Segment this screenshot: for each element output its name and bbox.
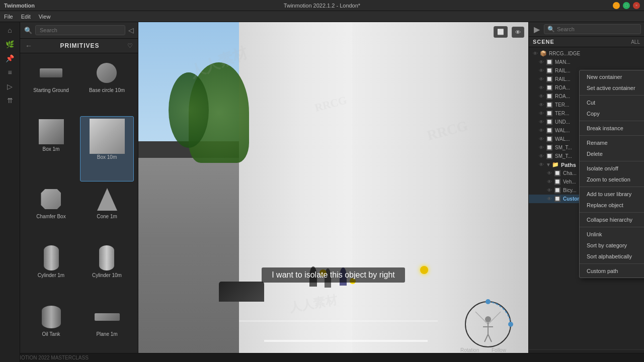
eye-icon-9[interactable]: 👁 — [539, 119, 544, 125]
ctx-rename[interactable]: Rename — [580, 137, 644, 148]
eye-icon-15[interactable]: 👁 — [547, 170, 552, 176]
right-search-icon: 🔍 — [547, 26, 555, 33]
all-filter[interactable]: ALL — [631, 39, 640, 45]
eye-icon-11[interactable]: 👁 — [539, 136, 544, 142]
prim-oil-tank[interactable]: Oil Tank — [24, 301, 78, 358]
ctx-unlink[interactable]: Unlink — [580, 229, 644, 240]
menu-view[interactable]: View — [39, 14, 51, 20]
sidebar-icon-pin[interactable]: 📌 — [6, 54, 14, 62]
ctx-sep-8 — [580, 263, 644, 264]
ctx-add-library[interactable]: Add to user library — [580, 189, 644, 200]
menu-file[interactable]: File — [4, 14, 13, 20]
sidebar-icon-tree[interactable]: 🌿 — [6, 40, 14, 48]
back-arrow-icon[interactable]: ← — [25, 42, 32, 50]
right-panel: ▶ 🔍 SCENE ALL 👁 📦 RRCG...IDGE 👁 🔲 MAN... — [528, 22, 644, 362]
ctx-new-container[interactable]: New container — [580, 71, 644, 82]
ctx-break-instance[interactable]: Break instance — [580, 123, 644, 134]
viewport-eye-icon[interactable]: 👁 — [512, 27, 524, 38]
scene-label: SCENE — [533, 39, 554, 45]
eye-icon-16[interactable]: 👁 — [547, 179, 552, 185]
eye-icon-3[interactable]: 👁 — [539, 68, 544, 73]
maximize-button[interactable]: □ — [623, 2, 630, 9]
prim-box-10m[interactable]: Box 10m — [80, 116, 134, 182]
window-title: Twinmotion 2022.1.2 - London* — [284, 3, 360, 9]
ctx-set-active[interactable]: Set active container — [580, 82, 644, 94]
eye-icon-2[interactable]: 👁 — [539, 59, 544, 65]
ctx-sep-6 — [580, 212, 644, 213]
eye-icon-18[interactable]: 👁 — [547, 196, 552, 202]
minimize-button[interactable]: − — [613, 2, 620, 9]
left-search-icon: 🔍 — [24, 27, 32, 34]
ctx-sep-2 — [580, 121, 644, 121]
ctx-cut[interactable]: Cut — [580, 97, 644, 108]
viewport[interactable]: 人人素材 RRCG 人人素材 RRCG ⬜ 👁 — [138, 22, 528, 362]
eye-icon-13[interactable]: 👁 — [539, 153, 544, 159]
svg-text:Rotation: Rotation — [460, 347, 479, 353]
ctx-collapse-hierarchy[interactable]: Collapse hierarchy — [580, 214, 644, 225]
eye-icon-7[interactable]: 👁 — [539, 102, 544, 108]
sidebar-icon-arrow-up[interactable]: ⇈ — [7, 97, 13, 105]
eye-icon[interactable]: 👁 — [533, 51, 538, 56]
eye-icon-10[interactable]: 👁 — [539, 128, 544, 133]
scene-header: SCENE ALL — [529, 37, 644, 47]
ctx-sep-4 — [580, 161, 644, 161]
sidebar-icon-home[interactable]: ⌂ — [8, 26, 12, 34]
tree-item-root[interactable]: 👁 📦 RRCG...IDGE — [529, 49, 644, 58]
sidebar-icon-layers[interactable]: ≡ — [8, 68, 12, 76]
prim-cone-1m[interactable]: Cone 1m — [80, 184, 134, 240]
eye-icon-12[interactable]: 👁 — [539, 145, 544, 150]
eye-icon-14[interactable]: 👁 — [539, 162, 544, 167]
prim-cylinder-10m[interactable]: Cylinder 10m — [80, 242, 134, 299]
ctx-sep-3 — [580, 135, 644, 136]
footer-bar: TWINMOTION 2022 MASTERCLASS — [0, 353, 644, 362]
tree-item-man[interactable]: 👁 🔲 MAN... — [529, 58, 644, 66]
ctx-custom-path[interactable]: Custom path — [580, 265, 644, 277]
collapse-left-icon[interactable]: ◁ — [128, 26, 134, 34]
prim-cylinder-1m[interactable]: Cylinder 1m — [24, 242, 78, 299]
favorites-icon[interactable]: ♡ — [127, 42, 133, 49]
right-search-input[interactable] — [557, 26, 637, 32]
prim-starting-ground[interactable]: Starting Ground — [24, 57, 78, 114]
prim-base-circle[interactable]: Base circle 10m — [80, 57, 134, 114]
viewport-rect-icon[interactable]: ⬜ — [494, 26, 508, 38]
primitives-title: PRIMITIVES — [60, 42, 99, 49]
prim-chamfer-box[interactable]: Chamfer Box — [24, 184, 78, 240]
main-layout: ⌂ 🌿 📌 ≡ ▷ ⇈ 🔍 ◁ ← PRIMITIVES ♡ — [0, 22, 644, 362]
left-panel: ⌂ 🌿 📌 ≡ ▷ ⇈ 🔍 ◁ ← PRIMITIVES ♡ — [0, 22, 138, 362]
left-search-input[interactable] — [35, 25, 125, 35]
left-search-bar: 🔍 ◁ — [20, 22, 138, 39]
menubar: File Edit View — [0, 11, 644, 22]
menu-edit[interactable]: Edit — [21, 14, 31, 20]
ctx-copy[interactable]: Copy — [580, 108, 644, 119]
ctx-sep-1 — [580, 95, 644, 96]
svg-point-2 — [508, 322, 513, 327]
svg-point-1 — [486, 299, 491, 304]
svg-point-3 — [485, 316, 491, 322]
right-play-button[interactable]: ▶ — [532, 25, 542, 34]
ctx-zoom-selection[interactable]: Zoom to selection — [580, 174, 644, 185]
prim-box-1m[interactable]: Box 1m — [24, 116, 78, 182]
rotation-widget: Rotation Follow — [453, 292, 523, 357]
svg-text:Follow: Follow — [492, 347, 507, 353]
ctx-replace-object[interactable]: Replace object — [580, 200, 644, 211]
ctx-delete[interactable]: Delete — [580, 148, 644, 159]
eye-icon-4[interactable]: 👁 — [539, 76, 544, 82]
eye-icon-5[interactable]: 👁 — [539, 85, 544, 90]
ctx-sep-7 — [580, 227, 644, 227]
ctx-sep-5 — [580, 187, 644, 187]
close-button[interactable]: × — [633, 2, 640, 9]
viewport-top-bar: ⬜ 👁 — [138, 22, 528, 42]
ctx-sort-category[interactable]: Sort by category — [580, 240, 644, 251]
sidebar-icon-arrow-right[interactable]: ▷ — [7, 82, 13, 90]
eye-icon-17[interactable]: 👁 — [547, 188, 552, 193]
primitives-header: ← PRIMITIVES ♡ — [20, 39, 138, 53]
ctx-sort-alpha[interactable]: Sort alphabetically — [580, 251, 644, 262]
app-title: Twinmotion — [4, 3, 35, 9]
eye-icon-8[interactable]: 👁 — [539, 111, 544, 116]
eye-icon-6[interactable]: 👁 — [539, 94, 544, 99]
context-menu: New container Set active container Cut C… — [579, 70, 644, 278]
prim-plane-1m[interactable]: Plane 1m — [80, 301, 134, 358]
svg-line-7 — [488, 334, 492, 342]
ctx-isolate[interactable]: Isolate on/off — [580, 163, 644, 174]
titlebar: Twinmotion Twinmotion 2022.1.2 - London*… — [0, 0, 644, 11]
